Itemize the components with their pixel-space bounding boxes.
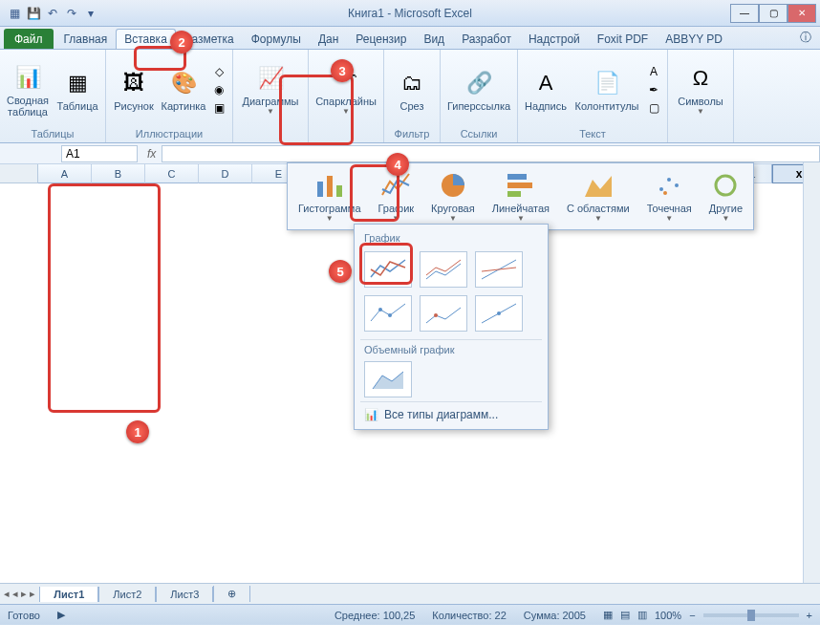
- sigline-icon[interactable]: ✒: [644, 81, 663, 98]
- tab-addins[interactable]: Надстрой: [520, 29, 589, 49]
- zoom-in-icon[interactable]: +: [807, 610, 812, 621]
- pie-icon: [438, 170, 468, 201]
- vertical-scrollbar[interactable]: [803, 162, 820, 583]
- all-chart-types[interactable]: 📊 Все типы диаграмм...: [360, 401, 542, 423]
- tab-data[interactable]: Дан: [310, 29, 347, 49]
- hyperlink-button[interactable]: 🔗 Гиперссылка: [444, 66, 513, 114]
- col-header-C[interactable]: C: [145, 164, 199, 183]
- status-macro-icon[interactable]: ▶: [57, 609, 65, 621]
- charts-button[interactable]: 📈 Диаграммы ▼: [237, 61, 304, 118]
- line-type-6[interactable]: [475, 295, 523, 332]
- tab-formulas[interactable]: Формулы: [243, 29, 310, 49]
- object-icon[interactable]: ▢: [644, 99, 663, 117]
- svg-point-14: [388, 313, 392, 317]
- line-type-2[interactable]: [420, 251, 467, 288]
- help-icon[interactable]: ⓘ: [791, 26, 820, 49]
- tab-review[interactable]: Рецензир: [347, 29, 415, 49]
- undo-icon[interactable]: ↶: [44, 5, 61, 22]
- picture-button[interactable]: 🖼 Рисунок: [110, 66, 158, 114]
- symbols-button[interactable]: Ω Символы ▼: [672, 61, 729, 118]
- gallery-other[interactable]: Другие▼: [702, 167, 749, 225]
- chart-gallery: Гистограмма▼ График▼ Круговая▼ Линейчата…: [287, 162, 754, 230]
- sheet-tab-bar: ◂ ◂ ▸ ▸ Лист1 Лист2 Лист3 ⊕: [0, 583, 820, 604]
- badge-5: 5: [329, 260, 352, 283]
- redo-icon[interactable]: ↷: [63, 5, 80, 22]
- sheet-nav[interactable]: ◂ ◂ ▸ ▸: [0, 588, 39, 600]
- gallery-line[interactable]: График▼: [372, 167, 421, 225]
- svg-point-15: [434, 313, 438, 317]
- gallery-pie[interactable]: Круговая▼: [424, 167, 482, 225]
- svg-rect-1: [327, 176, 333, 197]
- tab-foxit[interactable]: Foxit PDF: [589, 29, 657, 49]
- gallery-histogram[interactable]: Гистограмма▼: [291, 167, 368, 225]
- all-types-icon: 📊: [364, 408, 378, 421]
- col-header-A[interactable]: A: [38, 164, 92, 183]
- line-3d-type[interactable]: [364, 361, 412, 397]
- window-title: Книга1 - Microsoft Excel: [348, 7, 472, 20]
- close-button[interactable]: ✕: [788, 4, 816, 23]
- group-text: A Надпись 📄 Колонтитулы A ✒ ▢ Текст: [518, 50, 668, 142]
- col-header-D[interactable]: D: [199, 164, 252, 183]
- histogram-icon: [314, 170, 345, 201]
- pivot-table-button[interactable]: 📊 Сводная таблица: [4, 60, 52, 119]
- tab-file[interactable]: Файл: [4, 29, 54, 49]
- clipart-button[interactable]: 🎨 Картинка: [160, 66, 207, 114]
- svg-rect-5: [507, 182, 532, 188]
- sheet-tab-3[interactable]: Лист3: [156, 587, 213, 602]
- svg-marker-7: [585, 176, 612, 197]
- sheet-tab-1[interactable]: Лист1: [39, 587, 98, 602]
- line-type-1[interactable]: [364, 251, 412, 288]
- zoom-level[interactable]: 100%: [655, 610, 681, 621]
- formula-bar: fx: [0, 143, 820, 164]
- save-icon[interactable]: 💾: [25, 5, 42, 22]
- minimize-button[interactable]: —: [730, 4, 759, 23]
- table-button[interactable]: ▦ Таблица: [54, 66, 101, 114]
- omega-icon: Ω: [685, 63, 716, 94]
- tab-home[interactable]: Главная: [55, 29, 117, 49]
- line-type-3[interactable]: [475, 251, 523, 288]
- name-box[interactable]: [61, 145, 138, 162]
- view-layout-icon[interactable]: ▤: [620, 609, 630, 621]
- gallery-area[interactable]: С областями▼: [560, 167, 637, 225]
- shapes-icon[interactable]: ◇: [209, 63, 228, 80]
- fx-icon[interactable]: fx: [147, 147, 156, 161]
- gallery-scatter[interactable]: Точечная▼: [640, 167, 699, 225]
- zoom-out-icon[interactable]: −: [689, 610, 695, 621]
- hyperlink-icon: 🔗: [464, 68, 494, 98]
- smartart-icon[interactable]: ◉: [209, 81, 228, 98]
- line-type-5[interactable]: [420, 295, 467, 332]
- select-all-corner[interactable]: [0, 164, 38, 183]
- badge-3: 3: [331, 59, 354, 82]
- zoom-slider[interactable]: [703, 613, 799, 617]
- other-charts-icon: [710, 170, 741, 201]
- group-illus-label: Иллюстрации: [110, 127, 228, 140]
- wordart-icon[interactable]: A: [644, 63, 663, 80]
- excel-icon: ▦: [6, 5, 23, 22]
- qat-more-icon[interactable]: ▾: [82, 5, 99, 22]
- maximize-button[interactable]: ▢: [759, 4, 788, 23]
- highlight-1: [48, 183, 161, 413]
- col-header-B[interactable]: B: [92, 164, 145, 183]
- table-icon: ▦: [62, 68, 93, 98]
- line-type-4[interactable]: [364, 295, 412, 332]
- view-normal-icon[interactable]: ▦: [603, 609, 613, 621]
- dropdown-header-line: График: [360, 230, 542, 249]
- textbox-button[interactable]: A Надпись: [522, 66, 570, 114]
- group-filter-label: Фильтр: [388, 127, 436, 140]
- picture-icon: 🖼: [119, 68, 149, 98]
- view-break-icon[interactable]: ▥: [637, 609, 647, 621]
- sheet-tab-2[interactable]: Лист2: [98, 587, 156, 602]
- tab-view[interactable]: Вид: [415, 29, 453, 49]
- tab-insert[interactable]: Вставка: [116, 29, 176, 49]
- tab-developer[interactable]: Разработ: [453, 29, 520, 49]
- screenshot-icon[interactable]: ▣: [209, 99, 228, 117]
- dropdown-header-3d: Объемный график: [360, 339, 542, 359]
- tab-abbyy[interactable]: ABBYY PD: [657, 29, 731, 49]
- quick-access-toolbar: ▦ 💾 ↶ ↷ ▾: [0, 5, 99, 22]
- sheet-new[interactable]: ⊕: [213, 586, 250, 602]
- gallery-bar[interactable]: Линейчатая▼: [486, 167, 556, 225]
- headerfooter-button[interactable]: 📄 Колонтитулы: [572, 66, 642, 114]
- formula-input[interactable]: [162, 145, 820, 162]
- window-controls: — ▢ ✕: [730, 4, 816, 23]
- slicer-button[interactable]: 🗂 Срез: [388, 66, 436, 114]
